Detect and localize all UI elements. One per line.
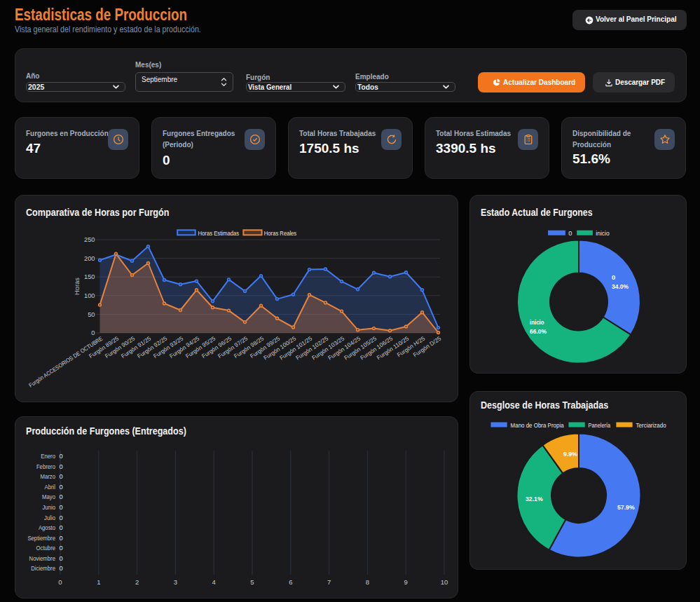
svg-text:Horas Reales: Horas Reales — [264, 230, 297, 237]
svg-text:inicio: inicio — [596, 230, 609, 237]
svg-text:Horas Estimadas: Horas Estimadas — [198, 230, 240, 237]
svg-text:0: 0 — [612, 273, 615, 281]
svg-text:0: 0 — [58, 578, 62, 586]
svg-text:7: 7 — [327, 578, 331, 586]
svg-text:8: 8 — [366, 578, 369, 586]
svg-text:0: 0 — [60, 555, 63, 562]
svg-text:10: 10 — [441, 578, 448, 586]
svg-text:150: 150 — [84, 273, 95, 280]
svg-text:50: 50 — [88, 311, 95, 318]
svg-text:66.0%: 66.0% — [530, 327, 547, 335]
svg-text:Octubre: Octubre — [36, 545, 56, 552]
svg-text:Furgón ACCESORIOS DE OCTUBRE: Furgón ACCESORIOS DE OCTUBRE — [27, 335, 104, 389]
svg-text:0: 0 — [60, 484, 63, 491]
svg-text:0: 0 — [91, 329, 95, 336]
svg-text:1: 1 — [97, 578, 100, 586]
svg-text:Agosto: Agosto — [39, 524, 55, 531]
svg-text:Mayo: Mayo — [42, 493, 55, 500]
svg-text:5: 5 — [250, 578, 254, 586]
svg-text:Noviembre: Noviembre — [29, 555, 55, 562]
svg-text:9: 9 — [404, 578, 408, 586]
svg-text:Panelería: Panelería — [589, 422, 611, 429]
svg-text:0: 0 — [568, 230, 572, 237]
svg-text:3: 3 — [174, 578, 177, 586]
svg-text:Febrero: Febrero — [36, 463, 55, 470]
svg-text:Septiembre: Septiembre — [27, 535, 55, 542]
svg-text:Marzo: Marzo — [41, 473, 56, 480]
svg-text:6: 6 — [289, 578, 292, 586]
svg-text:inicio: inicio — [530, 318, 544, 326]
svg-text:0: 0 — [60, 524, 63, 531]
svg-text:9.9%: 9.9% — [563, 450, 578, 458]
svg-text:Junio: Junio — [43, 504, 56, 511]
svg-text:100: 100 — [84, 292, 95, 299]
svg-text:250: 250 — [84, 236, 95, 243]
svg-text:0: 0 — [60, 473, 63, 480]
svg-text:Julio: Julio — [44, 514, 55, 521]
svg-text:Enero: Enero — [41, 453, 55, 460]
svg-text:57.9%: 57.9% — [617, 503, 635, 511]
svg-text:0: 0 — [60, 504, 63, 511]
svg-text:0: 0 — [60, 565, 63, 572]
svg-text:0: 0 — [60, 493, 63, 500]
svg-text:2: 2 — [135, 578, 139, 586]
svg-text:Abril: Abril — [45, 484, 56, 491]
svg-text:0: 0 — [60, 545, 63, 552]
svg-text:Terciarizado: Terciarizado — [636, 422, 666, 429]
svg-text:0: 0 — [60, 463, 63, 470]
svg-text:Diciembre: Diciembre — [31, 565, 55, 572]
svg-text:Mano de Obra Propia: Mano de Obra Propia — [511, 422, 565, 429]
svg-text:32.1%: 32.1% — [526, 495, 543, 502]
svg-text:200: 200 — [84, 255, 95, 262]
svg-text:Horas: Horas — [74, 278, 81, 295]
svg-text:0: 0 — [60, 514, 63, 521]
svg-text:0: 0 — [60, 535, 63, 542]
svg-text:4: 4 — [212, 578, 216, 586]
svg-text:0: 0 — [60, 453, 63, 460]
svg-text:34.0%: 34.0% — [612, 282, 629, 290]
